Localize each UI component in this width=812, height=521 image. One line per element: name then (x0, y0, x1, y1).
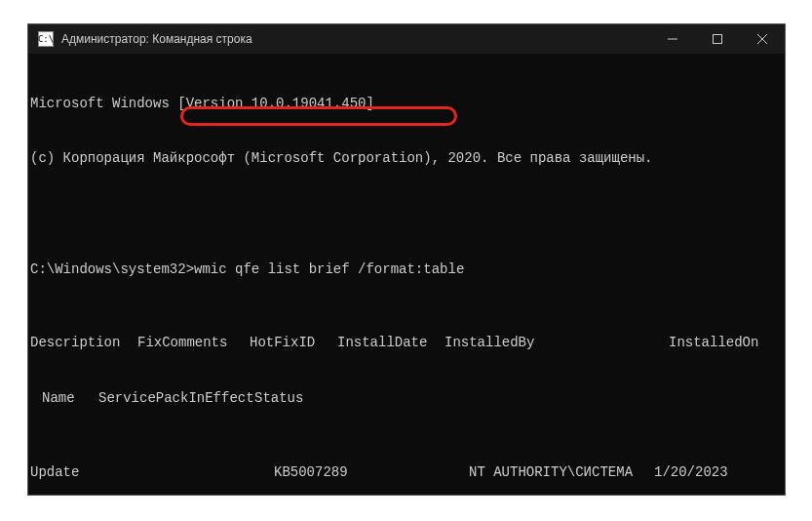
window-title: Администратор: Командная строка (61, 32, 252, 46)
maximize-button[interactable] (695, 24, 740, 54)
svg-rect-1 (714, 35, 722, 44)
version-line: Microsoft Windows [Version 10.0.19041.45… (30, 95, 783, 113)
cell-installedon: 1/20/2023 (654, 463, 781, 482)
col-hotfixid: HotFixID (250, 334, 337, 352)
terminal-output[interactable]: Microsoft Windows [Version 10.0.19041.45… (28, 54, 785, 495)
col-status: Status (254, 389, 332, 408)
col-installedon: InstalledOn (669, 334, 766, 352)
cell-hotfixid: KB5007289 (274, 463, 469, 482)
table-row: Update KB5007289 NT AUTHORITY\СИСТЕМА 1/… (30, 463, 783, 482)
cell-description: Update (30, 463, 274, 482)
copyright-line: (c) Корпорация Майкрософт (Microsoft Cor… (30, 149, 783, 168)
close-button[interactable] (740, 24, 785, 54)
prompt-line-1: C:\Windows\system32>wmic qfe list brief … (30, 260, 783, 279)
cell-installedby: NT AUTHORITY\СИСТЕМА (469, 463, 654, 482)
table-header-2: Name ServicePackInEffect Status (30, 389, 783, 408)
titlebar[interactable]: C:\ Администратор: Командная строка (28, 24, 785, 54)
table-header-1: Description FixComments HotFixID Install… (30, 334, 783, 352)
command-text: wmic qfe list brief /format:table (194, 261, 464, 277)
col-installedby: InstalledBy (445, 334, 669, 352)
minimize-button[interactable] (650, 24, 695, 54)
col-installdate: InstallDate (337, 334, 445, 352)
blank-line (30, 205, 783, 223)
prompt-path: C:\Windows\system32> (30, 261, 194, 277)
col-name: Name (30, 389, 98, 408)
cmd-icon: C:\ (38, 31, 54, 47)
col-description: Description (30, 334, 137, 352)
cmd-window: C:\ Администратор: Командная строка Micr… (27, 23, 786, 496)
col-fixcomments: FixComments (137, 334, 250, 352)
col-servicepack: ServicePackInEffect (98, 389, 254, 408)
